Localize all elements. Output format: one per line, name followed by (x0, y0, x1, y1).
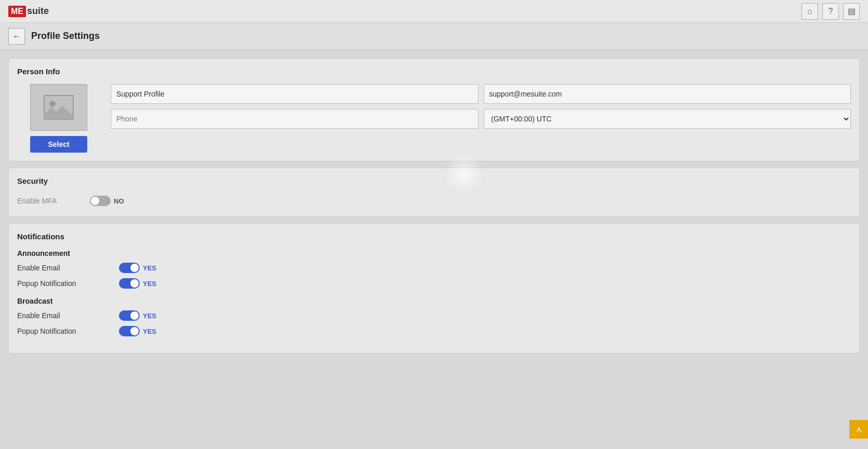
logo-me: ME (8, 6, 26, 17)
avatar-placeholder (30, 84, 87, 131)
mfa-label: Enable MFA (17, 197, 79, 205)
broadcast-email-row: Enable Email YES (17, 310, 851, 321)
image-placeholder-icon (43, 92, 74, 123)
broadcast-popup-toggle-text: YES (143, 328, 156, 335)
broadcast-email-label: Enable Email (17, 311, 111, 320)
broadcast-block: Broadcast Enable Email YES Popup Notific… (17, 297, 851, 336)
avatar-area: Select (17, 84, 100, 153)
announcement-popup-label: Popup Notification (17, 279, 111, 288)
logo: ME suite (8, 6, 49, 17)
email-input[interactable] (484, 84, 851, 104)
page-title: Profile Settings (31, 31, 100, 42)
page-header: ← Profile Settings (0, 23, 868, 50)
back-button[interactable]: ← (8, 28, 25, 45)
svg-point-1 (49, 101, 56, 107)
security-title: Security (17, 176, 851, 185)
broadcast-popup-toggle[interactable] (119, 326, 140, 336)
mfa-toggle-group: NO (90, 196, 124, 206)
broadcast-popup-row: Popup Notification YES (17, 326, 851, 336)
notifications-card: Notifications Announcement Enable Email … (8, 223, 860, 353)
announcement-email-toggle-text: YES (143, 264, 156, 272)
person-info-title: Person Info (17, 67, 851, 76)
broadcast-popup-toggle-group: YES (119, 326, 156, 336)
person-info-card: Person Info Select (8, 58, 860, 161)
announcement-email-toggle-group: YES (119, 263, 156, 273)
topbar: ME suite ⌂ ? ▤ (0, 0, 868, 23)
logo-suite: suite (27, 6, 49, 17)
announcement-title: Announcement (17, 249, 851, 257)
person-info-body: Select (GMT+00:00) UTC (GMT-05:00) EST (… (17, 84, 851, 153)
select-button[interactable]: Select (30, 136, 87, 153)
scroll-top-button[interactable]: ʌ (849, 420, 868, 439)
broadcast-popup-label: Popup Notification (17, 327, 111, 335)
announcement-popup-toggle-group: YES (119, 278, 156, 289)
phone-input[interactable] (111, 109, 478, 129)
announcement-block: Announcement Enable Email YES Popup Noti… (17, 249, 851, 289)
announcement-email-row: Enable Email YES (17, 263, 851, 273)
name-input[interactable] (111, 84, 478, 104)
home-icon[interactable]: ⌂ (802, 3, 818, 20)
main-content: Person Info Select (0, 50, 868, 368)
announcement-popup-toggle[interactable] (119, 278, 140, 289)
user-icon[interactable]: ▤ (843, 3, 860, 20)
name-email-row (111, 84, 851, 104)
announcement-popup-toggle-text: YES (143, 280, 156, 288)
help-icon[interactable]: ? (822, 3, 839, 20)
announcement-popup-row: Popup Notification YES (17, 278, 851, 289)
broadcast-email-toggle-group: YES (119, 310, 156, 321)
notifications-title: Notifications (17, 232, 851, 241)
phone-timezone-row: (GMT+00:00) UTC (GMT-05:00) EST (GMT-08:… (111, 109, 851, 129)
topbar-icons: ⌂ ? ▤ (802, 3, 860, 20)
mfa-row: Enable MFA NO (17, 194, 851, 208)
security-card: Security Enable MFA NO (8, 168, 860, 217)
broadcast-email-toggle[interactable] (119, 310, 140, 321)
broadcast-email-toggle-text: YES (143, 312, 156, 320)
timezone-select[interactable]: (GMT+00:00) UTC (GMT-05:00) EST (GMT-08:… (484, 109, 851, 129)
announcement-email-toggle[interactable] (119, 263, 140, 273)
mfa-toggle[interactable] (90, 196, 111, 206)
announcement-email-label: Enable Email (17, 264, 111, 272)
mfa-toggle-text: NO (114, 197, 124, 205)
form-fields: (GMT+00:00) UTC (GMT-05:00) EST (GMT-08:… (111, 84, 851, 129)
broadcast-title: Broadcast (17, 297, 851, 305)
